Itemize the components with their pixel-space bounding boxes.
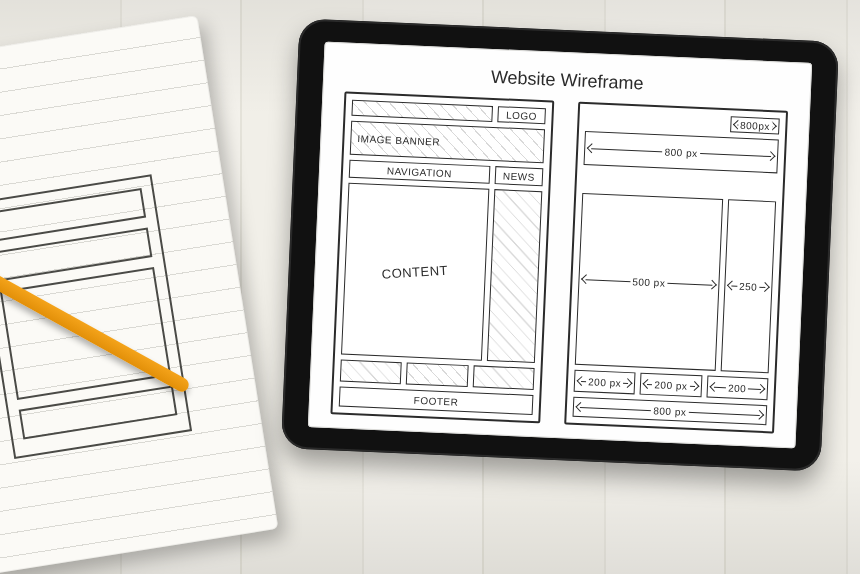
wireframe-frames: LOGO IMAGE BANNER NAVIGATION NEWS CONTEN… <box>330 91 788 433</box>
dim-bottom-full: 800 px <box>573 397 768 425</box>
logo-slot <box>351 100 492 122</box>
tablet-screen: Website Wireframe LOGO IMAGE BANNER NAVI… <box>308 42 812 449</box>
footer-col-a <box>340 360 402 385</box>
dim-width-main: 500 px <box>575 193 723 371</box>
dim-col-a: 200 px <box>574 370 636 395</box>
dim-width-side: 250 <box>720 199 776 373</box>
footer-col-c <box>472 365 534 390</box>
content-area: CONTENT <box>341 183 489 361</box>
dim-col-b: 200 px <box>640 373 702 398</box>
footer-col-b <box>406 362 468 387</box>
wireframe-dimensions: 800px 800 px 500 px 250 2 <box>564 102 788 434</box>
tablet-device: Website Wireframe LOGO IMAGE BANNER NAVI… <box>281 18 839 471</box>
dim-width-full: 800 px <box>584 131 779 173</box>
content-label: CONTENT <box>382 262 449 281</box>
wireframe-layout: LOGO IMAGE BANNER NAVIGATION NEWS CONTEN… <box>330 91 554 423</box>
notebook-sketch <box>0 174 192 459</box>
news-box: NEWS <box>494 166 543 186</box>
dim-top-small: 800px <box>730 116 779 134</box>
footer-bar: FOOTER <box>339 387 534 415</box>
sidebar-area <box>487 189 543 363</box>
image-banner: IMAGE BANNER <box>350 121 545 163</box>
navigation-bar: NAVIGATION <box>349 160 490 184</box>
dim-col-c: 200 <box>706 376 768 401</box>
logo-label: LOGO <box>497 106 546 124</box>
